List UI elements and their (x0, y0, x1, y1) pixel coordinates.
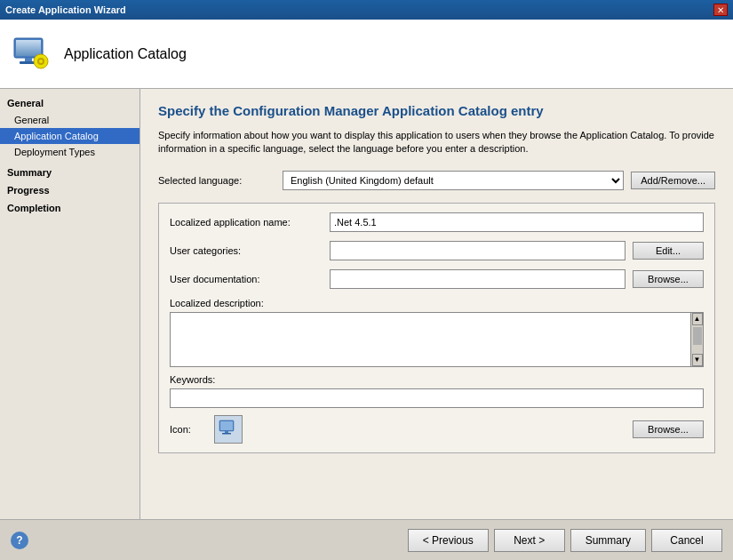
svg-rect-3 (25, 58, 32, 61)
content-title: Specify the Configuration Manager Applic… (158, 103, 715, 118)
sidebar-section-summary: Summary (0, 164, 139, 181)
svg-rect-2 (16, 40, 41, 56)
cancel-button[interactable]: Cancel (651, 529, 722, 552)
summary-button[interactable]: Summary (570, 529, 646, 552)
svg-point-7 (39, 60, 43, 63)
help-icon[interactable]: ? (11, 532, 28, 549)
keywords-section: Keywords: (170, 374, 704, 408)
keywords-input[interactable] (170, 388, 704, 408)
localized-name-control[interactable] (330, 212, 704, 232)
user-documentation-label: User documentation: (170, 274, 330, 284)
icon-preview (214, 415, 243, 444)
add-remove-button[interactable]: Add/Remove... (631, 172, 715, 189)
sidebar: General General Application Catalog Depl… (0, 89, 140, 519)
previous-button[interactable]: < Previous (408, 529, 489, 552)
user-categories-input[interactable] (330, 241, 625, 260)
keywords-label: Keywords: (170, 374, 704, 385)
user-categories-row: User categories: Edit... (170, 241, 704, 260)
title-bar: Create Application Wizard ✕ (0, 0, 733, 20)
close-button[interactable]: ✕ (713, 4, 728, 16)
header-title: Application Catalog (64, 46, 187, 62)
browse-icon-button[interactable]: Browse... (633, 420, 704, 438)
selected-language-control[interactable]: English (United Kingdom) default (283, 171, 624, 190)
scrollbar-thumb[interactable] (693, 327, 702, 345)
description-scrollbar[interactable]: ▲ ▼ (690, 313, 703, 366)
user-documentation-row: User documentation: Browse... (170, 269, 704, 289)
selected-language-row: Selected language: English (United Kingd… (158, 171, 715, 190)
svg-rect-11 (222, 433, 231, 435)
edit-button[interactable]: Edit... (633, 242, 704, 260)
user-documentation-input[interactable] (330, 269, 625, 289)
sidebar-section-general: General (0, 94, 139, 112)
icon-label: Icon: (170, 424, 214, 435)
user-categories-label: User categories: (170, 245, 330, 256)
localized-name-label: Localized application name: (170, 217, 330, 228)
sidebar-section-completion: Completion (0, 199, 139, 217)
selected-language-label: Selected language: (158, 175, 283, 186)
next-button[interactable]: Next > (494, 529, 565, 552)
svg-rect-10 (225, 431, 228, 433)
user-documentation-control[interactable] (330, 269, 625, 289)
window-title: Create Application Wizard (5, 4, 126, 15)
sidebar-item-deployment-types[interactable]: Deployment Types (0, 144, 139, 160)
language-select[interactable]: English (United Kingdom) default (283, 171, 624, 190)
scrollbar-up[interactable]: ▲ (692, 313, 703, 325)
browse-documentation-button[interactable]: Browse... (633, 270, 704, 288)
localized-description-textarea[interactable] (171, 313, 690, 366)
sidebar-section-progress: Progress (0, 181, 139, 199)
main-layout: General General Application Catalog Depl… (0, 89, 733, 519)
svg-rect-9 (220, 421, 233, 430)
localized-description-section: Localized description: ▲ ▼ (170, 298, 704, 367)
sidebar-item-general[interactable]: General (0, 112, 139, 128)
user-categories-control[interactable] (330, 241, 625, 260)
content-description: Specify information about how you want t… (158, 129, 715, 156)
form-group: Localized application name: User categor… (158, 203, 715, 453)
header-icon (11, 33, 53, 76)
sidebar-item-application-catalog[interactable]: Application Catalog (0, 128, 139, 144)
content-area: Specify the Configuration Manager Applic… (140, 89, 733, 519)
localized-name-row: Localized application name: (170, 212, 704, 232)
localized-description-container[interactable]: ▲ ▼ (170, 312, 704, 367)
icon-row: Icon: Browse... (170, 415, 704, 444)
header-area: Application Catalog (0, 20, 733, 89)
scrollbar-down[interactable]: ▼ (692, 354, 703, 366)
localized-name-input[interactable] (330, 212, 704, 232)
localized-description-label: Localized description: (170, 298, 704, 308)
bottom-bar: ? < Previous Next > Summary Cancel (0, 519, 733, 560)
